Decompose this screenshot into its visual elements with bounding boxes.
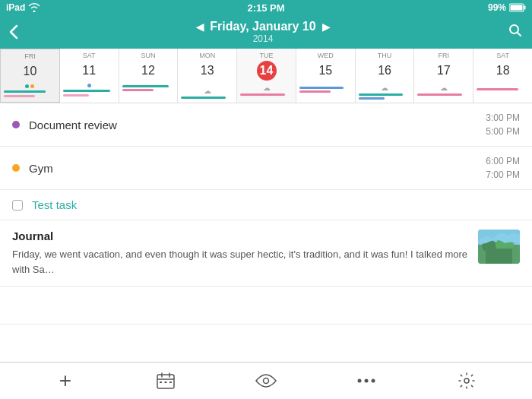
- cal-day-tue-14[interactable]: TUE 14 ☁: [237, 49, 296, 103]
- journal-thumbnail: [478, 230, 520, 264]
- cal-bar: [122, 85, 169, 87]
- cal-bar: [63, 94, 89, 97]
- back-button[interactable]: [9, 24, 18, 40]
- cal-bar: [240, 93, 284, 96]
- more-icon: [357, 378, 375, 384]
- event-start-time: 3:00 PM: [486, 111, 520, 125]
- cal-bar: [122, 89, 154, 91]
- svg-point-19: [372, 379, 375, 383]
- calendar-strip: FRI 10 SAT 11 SUN 12: [0, 49, 532, 103]
- svg-point-20: [464, 378, 469, 383]
- svg-rect-1: [524, 6, 526, 10]
- event-dot: [25, 84, 29, 88]
- task-checkbox[interactable]: [12, 200, 23, 211]
- more-button[interactable]: [350, 364, 383, 397]
- nav-bar: ◀ Friday, January 10 ▶ 2014: [0, 15, 532, 49]
- carrier-label: iPad: [6, 2, 25, 13]
- cal-bar: [4, 95, 35, 97]
- cal-day-sat-18[interactable]: SAT 18: [473, 49, 532, 103]
- weather-icon: ☁: [381, 84, 388, 92]
- cal-bar: [181, 97, 225, 99]
- journal-body: Friday, we went vacation, and even thoug…: [12, 247, 469, 277]
- event-dot: [30, 84, 34, 88]
- prev-month-button[interactable]: ◀: [196, 21, 204, 33]
- eye-icon: [255, 373, 277, 388]
- status-bar-left: iPad: [6, 2, 40, 13]
- weather-icon: ☁: [440, 84, 448, 92]
- status-bar-right: 99%: [488, 2, 526, 13]
- journal-text-area: Journal Friday, we went vacation, and ev…: [12, 230, 469, 277]
- cal-day-fri-17[interactable]: FRI 17 ☁: [414, 49, 473, 103]
- event-start-time: 6:00 PM: [486, 154, 520, 168]
- journal-header: Journal: [12, 230, 469, 242]
- event-end-time: 7:00 PM: [486, 168, 520, 182]
- back-chevron-icon: [9, 24, 18, 40]
- event-color-dot: [12, 121, 20, 128]
- svg-rect-2: [511, 5, 523, 11]
- journal-section[interactable]: Journal Friday, we went vacation, and ev…: [0, 220, 532, 287]
- calendar-view-button[interactable]: [149, 364, 182, 397]
- cal-day-mon-13[interactable]: MON 13 ☁: [178, 49, 237, 103]
- svg-point-16: [264, 378, 269, 384]
- cal-day-thu-16[interactable]: THU 16 ☁: [356, 49, 415, 103]
- event-time: 3:00 PM 5:00 PM: [486, 111, 520, 138]
- event-title: Document review: [29, 119, 486, 131]
- empty-row-2: [0, 325, 532, 363]
- event-time: 6:00 PM 7:00 PM: [486, 154, 520, 182]
- cal-day-wed-15[interactable]: WED 15: [296, 49, 356, 103]
- cal-bar: [4, 90, 46, 93]
- svg-point-17: [358, 379, 362, 383]
- svg-rect-13: [160, 382, 162, 383]
- event-color-dot: [12, 164, 20, 172]
- search-icon: [508, 23, 523, 38]
- battery-icon: [509, 3, 526, 12]
- cal-day-sat-11[interactable]: SAT 11: [60, 49, 119, 103]
- time-label: 2:15 PM: [247, 2, 284, 14]
- svg-rect-14: [165, 382, 167, 383]
- event-gym[interactable]: Gym 6:00 PM 7:00 PM: [0, 147, 532, 190]
- event-end-time: 5:00 PM: [486, 125, 520, 138]
- calendar-icon: [157, 372, 175, 389]
- main-content: Document review 3:00 PM 5:00 PM Gym 6:00…: [0, 103, 532, 399]
- cal-bar: [63, 90, 110, 92]
- svg-rect-8: [486, 249, 512, 264]
- settings-icon: [458, 372, 476, 390]
- add-button[interactable]: +: [49, 364, 82, 397]
- svg-rect-15: [169, 382, 172, 383]
- cal-bar: [359, 93, 403, 96]
- battery-label: 99%: [488, 2, 506, 13]
- current-date-label: Friday, January 10: [210, 20, 315, 33]
- cal-bar: [477, 88, 518, 90]
- cal-bar: [299, 90, 331, 93]
- cal-bar: [417, 93, 461, 96]
- weather-icon: ☁: [204, 87, 211, 95]
- event-dot: [87, 84, 91, 87]
- empty-row-1: [0, 287, 532, 325]
- visibility-button[interactable]: [249, 364, 283, 397]
- nav-title: ◀ Friday, January 10 ▶ 2014: [18, 20, 508, 44]
- event-document-review[interactable]: Document review 3:00 PM 5:00 PM: [0, 103, 532, 147]
- journal-image: [478, 230, 520, 264]
- weather-icon: ☁: [263, 84, 271, 92]
- task-title: Test task: [32, 198, 77, 211]
- cal-day-sun-12[interactable]: SUN 12: [119, 49, 179, 103]
- svg-point-18: [365, 379, 369, 383]
- settings-button[interactable]: [450, 364, 483, 397]
- nav-title-sub: 2014: [253, 33, 274, 44]
- next-month-button[interactable]: ▶: [322, 21, 330, 33]
- status-bar: iPad 2:15 PM 99%: [0, 0, 532, 15]
- add-icon: +: [59, 369, 71, 393]
- cal-day-fri-10[interactable]: FRI 10: [0, 49, 60, 103]
- event-title: Gym: [29, 162, 486, 175]
- task-test-task[interactable]: Test task: [0, 190, 532, 220]
- toolbar: +: [0, 362, 532, 399]
- cal-bar: [359, 97, 385, 100]
- search-button[interactable]: [508, 23, 523, 42]
- nav-title-main[interactable]: ◀ Friday, January 10 ▶: [196, 20, 329, 33]
- cal-bar: [299, 87, 344, 89]
- wifi-icon: [28, 3, 40, 12]
